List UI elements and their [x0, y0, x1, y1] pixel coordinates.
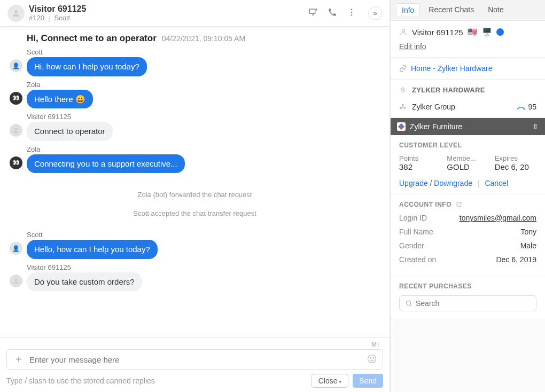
avatar-visitor — [10, 124, 22, 137]
login-id-value[interactable]: tonysmiles@gmail.com — [460, 214, 536, 222]
message-bubble: Connect to operator — [27, 122, 113, 141]
avatar-agent: 👤 — [10, 59, 22, 72]
more-icon[interactable] — [347, 7, 356, 19]
svg-point-10 — [402, 29, 404, 32]
svg-point-3 — [351, 12, 353, 13]
chat-id: #120 — [29, 14, 44, 22]
avatar-agent: 👤 — [10, 242, 22, 255]
visitor-avatar — [7, 5, 25, 22]
message-input[interactable] — [29, 355, 362, 364]
points-value: 382 — [399, 162, 435, 171]
external-link-icon[interactable] — [456, 201, 462, 208]
sender-label: Scott — [27, 48, 380, 56]
svg-point-8 — [370, 357, 371, 358]
tab-recent-chats[interactable]: Recent Chats — [423, 3, 479, 17]
svg-point-2 — [351, 9, 353, 10]
svg-point-7 — [368, 355, 376, 363]
close-button[interactable]: Close — [312, 374, 349, 388]
os-icon: 🖥️ — [482, 27, 492, 37]
purchases-search-input[interactable] — [416, 299, 531, 308]
message-bubble: Connecting you to a support executive... — [27, 154, 185, 174]
svg-point-12 — [400, 107, 401, 108]
chat-timestamp: 04/22/2021, 09:10:05 AM — [162, 34, 245, 43]
svg-point-0 — [14, 10, 18, 13]
created-value: Dec 6, 2019 — [496, 255, 537, 264]
account-info-label: ACCOUNT INFO — [399, 201, 451, 208]
chat-header: Visitor 691125 #120 | Scott » — [0, 0, 390, 27]
main-panel: Visitor 691125 #120 | Scott » Hi, Connec… — [0, 0, 390, 392]
call-icon[interactable] — [328, 7, 337, 19]
markdown-hint: M↓ — [6, 341, 383, 348]
gender-value: Male — [520, 241, 536, 250]
chat-topic: Hi, Connect me to an operator — [27, 33, 157, 43]
expires-value: Dec 6, 20 — [495, 162, 531, 171]
svg-point-5 — [15, 128, 18, 130]
svg-point-4 — [351, 14, 353, 16]
svg-point-13 — [404, 107, 405, 108]
gauge-icon — [516, 104, 526, 110]
screen-share-icon[interactable] — [308, 7, 318, 19]
gender-label: Gender — [399, 241, 424, 250]
visitor-score: 95 — [528, 103, 536, 111]
system-event: Scott accepted the chat transfer request — [133, 209, 256, 217]
sidebar-tabs: Info Recent Chats Note — [391, 0, 545, 21]
canned-hint: Type / slash to use the stored canned re… — [6, 377, 155, 385]
upgrade-link[interactable]: Upgrade / Downgrade — [399, 179, 472, 187]
sidebar-visitor-name: Visitor 691125 — [412, 28, 463, 37]
edit-info-link[interactable]: Edit info — [399, 42, 426, 51]
sender-label: Visitor 691125 — [27, 263, 380, 271]
tab-note[interactable]: Note — [482, 3, 509, 17]
group-name: Zylker Group — [412, 103, 455, 111]
cancel-link[interactable]: Cancel — [485, 179, 508, 187]
attach-button[interactable]: + — [12, 353, 25, 366]
emoji-button[interactable] — [367, 354, 377, 366]
message-bubble: Hello, how can I help you today? — [27, 240, 158, 259]
svg-point-15 — [406, 301, 410, 305]
membership-value: GOLD — [447, 162, 483, 171]
agent-name: Scott — [54, 14, 71, 22]
fullname-value: Tony — [520, 228, 536, 236]
recent-purchases-label: RECENT PURCHASES — [399, 283, 536, 290]
info-sidebar: Info Recent Chats Note Visitor 691125 🇺🇸… — [390, 0, 545, 392]
avatar-bot: 👀 — [10, 92, 22, 105]
send-button[interactable]: Send — [353, 374, 383, 388]
customer-level-label: CUSTOMER LEVEL — [399, 142, 536, 149]
sender-label: Zola — [27, 81, 380, 89]
visitor-title: Visitor 691125 — [29, 4, 304, 14]
chat-body[interactable]: Hi, Connect me to an operator 04/22/2021… — [0, 27, 390, 337]
membership-label: Membe... — [447, 154, 483, 162]
points-label: Points — [399, 154, 435, 162]
avatar-bot: 👀 — [10, 156, 22, 169]
svg-point-9 — [373, 357, 374, 358]
svg-point-11 — [402, 104, 403, 105]
integration-name: Zylker Furniture — [410, 122, 462, 131]
fullname-label: Full Name — [399, 228, 433, 236]
avatar-visitor — [10, 275, 22, 287]
collapse-icon[interactable]: ⇳ — [532, 122, 539, 131]
visitor-subtitle: #120 | Scott — [29, 14, 304, 22]
search-icon — [405, 300, 412, 307]
tab-info[interactable]: Info — [396, 3, 420, 17]
login-id-label: Login ID — [399, 214, 427, 222]
sender-label: Scott — [27, 231, 380, 239]
message-bubble: Hi, how can I help you today? — [27, 57, 147, 76]
message-bubble: Hello there 😀 — [27, 90, 93, 109]
svg-point-6 — [15, 278, 18, 281]
expires-label: Expires — [495, 154, 531, 162]
svg-rect-1 — [309, 9, 315, 13]
sender-label: Visitor 691125 — [27, 113, 380, 121]
created-label: Created on — [399, 255, 436, 264]
integration-bar[interactable]: Zylker Furniture ⇳ — [391, 118, 545, 135]
current-page-link[interactable]: Home - Zylker Hardware — [411, 64, 492, 73]
org-name: ZYLKER HARDWARE — [412, 86, 485, 94]
sender-label: Zola — [27, 145, 380, 153]
integration-icon — [398, 123, 404, 130]
composer-section: M↓ + Type / slash to use the stored cann… — [0, 337, 390, 392]
collapse-panel-button[interactable]: » — [368, 6, 382, 20]
svg-point-14 — [524, 108, 525, 110]
message-bubble: Do you take custom orders? — [27, 272, 142, 292]
browser-icon — [496, 28, 504, 36]
system-event: Zola (bot) forwarded the chat request — [138, 191, 252, 199]
flag-icon: 🇺🇸 — [468, 27, 478, 37]
